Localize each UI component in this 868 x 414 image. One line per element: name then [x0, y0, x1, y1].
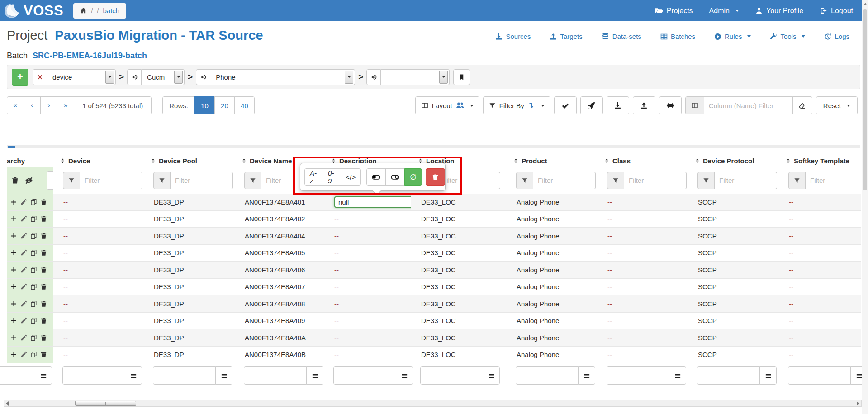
remove-filter-button[interactable]: [33, 69, 47, 85]
edit-row-icon[interactable]: [20, 266, 27, 273]
project-nav-logs[interactable]: Logs: [824, 33, 849, 40]
column-header[interactable]: Device Pool: [143, 157, 234, 165]
delete-row-icon[interactable]: [40, 351, 47, 358]
breadcrumb-current[interactable]: batch: [103, 7, 120, 14]
add-row-icon[interactable]: [10, 351, 17, 358]
copy-row-icon[interactable]: [30, 300, 37, 307]
filter-funnel-button[interactable]: [153, 172, 171, 189]
edit-row-icon[interactable]: [20, 334, 27, 341]
footer-menu-button[interactable]: [35, 366, 52, 385]
edit-row-icon[interactable]: [20, 249, 27, 256]
horizontal-scrollbar[interactable]: [4, 400, 862, 407]
footer-input[interactable]: [607, 366, 669, 385]
rows-option-20[interactable]: 20: [214, 96, 235, 114]
table-row[interactable]: --DE33_DPAN00F1374E8A402--DE33_LOCAnalog…: [7, 211, 861, 228]
footer-input[interactable]: [62, 366, 125, 385]
column-filter-input[interactable]: [715, 172, 777, 189]
first-page-button[interactable]: «: [7, 96, 24, 114]
filter-funnel-button[interactable]: [516, 172, 533, 189]
add-row-icon[interactable]: [10, 334, 17, 341]
footer-menu-button[interactable]: [578, 366, 595, 385]
trash-icon[interactable]: [11, 176, 19, 184]
sort-icon[interactable]: [150, 158, 156, 164]
empty-select[interactable]: [381, 69, 450, 85]
project-nav-sources[interactable]: Sources: [495, 33, 531, 40]
vertical-scrollbar[interactable]: [862, 0, 868, 414]
copy-row-icon[interactable]: [30, 233, 37, 239]
scroll-right-arrow[interactable]: [857, 401, 859, 406]
toggle-off-button[interactable]: [385, 168, 405, 186]
edit-row-icon[interactable]: [20, 233, 27, 239]
add-filter-button[interactable]: +: [12, 69, 28, 86]
project-nav-batches[interactable]: Batches: [660, 33, 695, 40]
footer-input[interactable]: [788, 366, 851, 385]
column-filter-input[interactable]: [624, 172, 687, 189]
delete-row-icon[interactable]: [40, 283, 47, 290]
delete-row-icon[interactable]: [40, 317, 47, 324]
home-icon[interactable]: [80, 7, 87, 14]
sort-numeric-button[interactable]: 0-9: [323, 168, 341, 186]
copy-row-icon[interactable]: [30, 334, 37, 341]
delete-row-icon[interactable]: [40, 266, 47, 273]
last-page-button[interactable]: »: [57, 96, 74, 114]
code-button[interactable]: </>: [341, 168, 361, 186]
scroll-up-arrow[interactable]: [863, 3, 867, 5]
rows-option-40[interactable]: 40: [234, 96, 255, 114]
add-row-icon[interactable]: [10, 215, 17, 222]
footer-input[interactable]: [0, 366, 35, 385]
copy-row-icon[interactable]: [30, 266, 37, 273]
return-step-button[interactable]: [196, 69, 210, 85]
clear-column-filter-button[interactable]: [792, 96, 812, 114]
table-top-scrollbar-thumb[interactable]: [8, 146, 15, 148]
reset-button[interactable]: Reset: [816, 96, 858, 114]
add-row-icon[interactable]: [10, 199, 17, 205]
sort-alpha-button[interactable]: A-z: [304, 168, 323, 186]
add-row-icon[interactable]: [10, 300, 17, 307]
table-top-scrollbar[interactable]: [7, 145, 860, 148]
project-nav-datasets[interactable]: Data-sets: [602, 33, 641, 40]
prev-page-button[interactable]: ‹: [24, 96, 41, 114]
edit-row-icon[interactable]: [20, 351, 27, 358]
delete-row-icon[interactable]: [40, 300, 47, 307]
delete-value-button[interactable]: [426, 168, 445, 186]
project-name[interactable]: PaxusBio Migration - TAR Source: [55, 28, 263, 43]
vertical-scrollbar-thumb[interactable]: [863, 9, 867, 190]
run-button[interactable]: [580, 96, 603, 114]
filter-funnel-button[interactable]: [63, 172, 80, 189]
nav-admin[interactable]: Admin: [709, 7, 739, 15]
project-nav-tools[interactable]: Tools: [770, 33, 805, 40]
table-row[interactable]: --DE33_DPAN00F1374E8A40A--DE33_LOCAnalog…: [7, 329, 861, 347]
delete-row-icon[interactable]: [40, 233, 47, 239]
column-header[interactable]: Class: [597, 157, 688, 165]
filter-funnel-button[interactable]: [244, 172, 261, 189]
sort-icon[interactable]: [694, 158, 700, 164]
voss-logo[interactable]: VOSS: [5, 3, 63, 19]
footer-menu-button[interactable]: [759, 366, 777, 385]
phone-select[interactable]: Phone: [210, 69, 355, 85]
add-row-icon[interactable]: [10, 249, 17, 256]
edit-row-icon[interactable]: [20, 317, 27, 324]
table-row[interactable]: --DE33_DPAN00F1374E8A408--DE33_LOCAnalog…: [7, 295, 861, 313]
edit-row-icon[interactable]: [20, 215, 27, 222]
edit-row-icon[interactable]: [20, 283, 27, 290]
footer-menu-button[interactable]: [125, 366, 142, 385]
delete-row-icon[interactable]: [40, 249, 47, 256]
apply-button[interactable]: [554, 96, 577, 114]
sort-icon[interactable]: [513, 158, 519, 164]
footer-input[interactable]: [516, 366, 579, 385]
bookmark-button[interactable]: [453, 69, 470, 85]
column-header[interactable]: Product: [506, 157, 597, 165]
filter-funnel-button[interactable]: [788, 172, 806, 189]
sort-icon[interactable]: [60, 158, 66, 164]
add-row-icon[interactable]: [10, 266, 17, 273]
filter-by-button[interactable]: Filter By: [483, 96, 550, 114]
column-filter-input[interactable]: [806, 172, 861, 189]
column-header[interactable]: Device: [53, 157, 143, 165]
table-row[interactable]: --DE33_DPAN00F1374E8A404--DE33_LOCAnalog…: [7, 228, 861, 245]
expand-columns-button[interactable]: [659, 96, 682, 114]
copy-row-icon[interactable]: [30, 215, 37, 222]
footer-input[interactable]: [420, 366, 483, 385]
column-filter-input[interactable]: [171, 172, 233, 189]
delete-row-icon[interactable]: [40, 199, 47, 205]
batch-name-link[interactable]: SRC-PB-EMEA-16Jul19-batch: [33, 51, 147, 60]
